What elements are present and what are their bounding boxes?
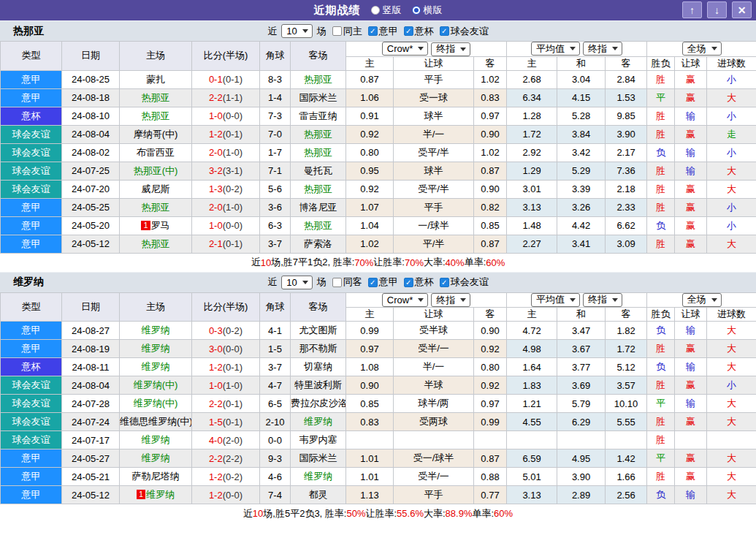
- header-select[interactable]: 终指: [583, 42, 622, 56]
- odds-away-cell: 0.85: [474, 216, 507, 235]
- avg-home-cell: 6.59: [507, 449, 557, 468]
- radio-vertical-label: 竖版: [383, 4, 402, 17]
- handicap-cell: 一/球半: [394, 216, 474, 235]
- competition-filter[interactable]: 意甲: [368, 276, 398, 289]
- summary-segment: 60%: [486, 257, 505, 268]
- competition-filter[interactable]: 意杯: [404, 276, 434, 289]
- away-team-cell: 博洛尼亚: [291, 198, 346, 216]
- halftime-score: (1-0): [223, 202, 243, 213]
- home-team-cell: 维罗纳: [120, 449, 192, 468]
- header-select[interactable]: 终指: [431, 293, 470, 307]
- move-down-button[interactable]: ↓: [707, 1, 727, 18]
- header-select[interactable]: 平均值: [531, 293, 580, 307]
- section-filter-bar: 维罗纳近10场同客意甲意杯球会友谊: [0, 272, 756, 292]
- avg-draw-cell: 3.69: [557, 376, 606, 395]
- summary-segment: 大率:: [424, 256, 446, 269]
- column-subheader: 主: [507, 308, 557, 322]
- avg-away-cell: 5.55: [606, 413, 647, 431]
- rounds-select[interactable]: 10: [281, 24, 312, 38]
- team-label: 热那亚: [304, 129, 332, 140]
- halftime-score: (0-2): [223, 471, 243, 482]
- close-button[interactable]: ✕: [732, 1, 752, 18]
- result-cell: 胜: [647, 376, 675, 395]
- avg-home-cell: [507, 431, 557, 449]
- handicap-cell: 平手: [394, 70, 474, 88]
- match-type-cell: 意甲: [1, 486, 62, 504]
- match-row: 意甲24-05-121维罗纳1-2(0-0)7-4都灵1.13平手0.773.1…: [1, 486, 756, 504]
- odds-away-cell: 0.90: [474, 180, 507, 198]
- avg-away-cell: 2.17: [606, 143, 647, 162]
- move-up-button[interactable]: ↑: [682, 1, 702, 18]
- avg-away-cell: 2.56: [606, 486, 647, 504]
- odds-home-cell: 1.04: [346, 216, 394, 235]
- score-cell: 1-0(0-0): [192, 107, 260, 125]
- summary-segment: 近: [251, 256, 261, 269]
- same-venue-filter[interactable]: 同客: [332, 276, 362, 289]
- team-label: 雷吉亚纳: [299, 110, 337, 121]
- team-section: 热那亚近10场同主意甲意杯球会友谊类型日期主场比分(半场)角球客场Crow*终指…: [0, 20, 756, 272]
- odds-away-cell: 0.92: [474, 376, 507, 395]
- fulltime-score: 3-2: [209, 165, 223, 176]
- competition-label: 球会友谊: [451, 276, 489, 289]
- competition-checkbox[interactable]: [368, 26, 378, 36]
- competition-checkbox[interactable]: [368, 278, 378, 287]
- chevron-down-icon: [418, 298, 424, 302]
- competition-filter[interactable]: 球会友谊: [440, 25, 489, 38]
- radio-vertical-layout[interactable]: 竖版: [371, 4, 402, 17]
- team-label: 切塞纳: [304, 361, 332, 372]
- rounds-select[interactable]: 10: [281, 276, 312, 289]
- header-select[interactable]: 终指: [431, 42, 470, 56]
- match-type-cell: 球会友谊: [1, 395, 62, 413]
- competition-checkbox[interactable]: [440, 278, 449, 287]
- odds-away-cell: 0.80: [474, 358, 507, 376]
- avg-home-cell: 3.01: [507, 180, 557, 198]
- radio-horizontal-layout[interactable]: 横版: [412, 4, 443, 17]
- avg-away-cell: [606, 431, 647, 449]
- goals-result-cell: 大: [707, 180, 756, 198]
- away-team-cell: 尤文图斯: [291, 322, 346, 340]
- competition-checkbox[interactable]: [440, 26, 449, 36]
- match-type-cell: 球会友谊: [1, 413, 62, 431]
- fulltime-score: 1-5: [209, 417, 223, 428]
- competition-filter[interactable]: 意甲: [368, 25, 398, 38]
- halftime-score: (0-1): [223, 417, 243, 428]
- match-row: 意甲24-05-21萨勒尼塔纳1-2(0-2)4-6维罗纳1.01受半/一0.8…: [1, 468, 756, 486]
- handicap-cell: 平手: [394, 486, 474, 504]
- corners-cell: 7-0: [260, 125, 291, 143]
- match-date-cell: 24-08-18: [62, 88, 120, 107]
- same-venue-filter[interactable]: 同主: [332, 25, 362, 38]
- team-label: 韦罗内塞: [299, 434, 337, 445]
- handicap-result-cell: 输: [675, 162, 707, 180]
- competition-checkbox[interactable]: [404, 278, 413, 287]
- header-select[interactable]: 终指: [583, 293, 622, 307]
- header-select[interactable]: 平均值: [531, 42, 580, 56]
- avg-draw-cell: 5.29: [557, 162, 606, 180]
- fulltime-score: 4-0: [209, 435, 223, 446]
- header-select[interactable]: 全场: [682, 42, 722, 56]
- team-label: 维罗纳: [142, 343, 170, 354]
- team-section: 维罗纳近10场同客意甲意杯球会友谊类型日期主场比分(半场)角球客场Crow*终指…: [0, 272, 756, 523]
- header-select[interactable]: Crow*: [382, 42, 428, 56]
- home-team-cell: 维罗纳(中): [120, 376, 192, 395]
- away-team-cell: 费拉尔皮沙洛: [291, 395, 346, 413]
- rank-badge: 1: [141, 221, 150, 230]
- match-row: 球会友谊24-07-17维罗纳4-0(2-0)0-0韦罗内塞胜: [1, 431, 756, 449]
- header-select[interactable]: Crow*: [382, 293, 428, 307]
- team-label: 罗马: [151, 220, 170, 231]
- column-header: 主场: [120, 292, 192, 322]
- same-venue-checkbox[interactable]: [332, 26, 342, 36]
- competition-checkbox[interactable]: [404, 26, 413, 36]
- header-select[interactable]: 全场: [682, 293, 722, 307]
- avg-away-cell: 1.72: [606, 340, 647, 358]
- summary-segment: 让胜率:: [373, 256, 405, 269]
- competition-filter[interactable]: 球会友谊: [440, 276, 489, 289]
- competition-filter[interactable]: 意杯: [404, 25, 434, 38]
- match-type-cell: 球会友谊: [1, 162, 62, 180]
- chevron-down-icon: [570, 298, 576, 302]
- summary-segment: 让胜率:: [365, 507, 397, 520]
- match-date-cell: 24-07-24: [62, 413, 120, 431]
- fulltime-score: 0-1: [209, 74, 223, 85]
- avg-draw-cell: 3.42: [557, 143, 606, 162]
- handicap-result-cell: 赢: [675, 413, 707, 431]
- same-venue-checkbox[interactable]: [332, 278, 342, 287]
